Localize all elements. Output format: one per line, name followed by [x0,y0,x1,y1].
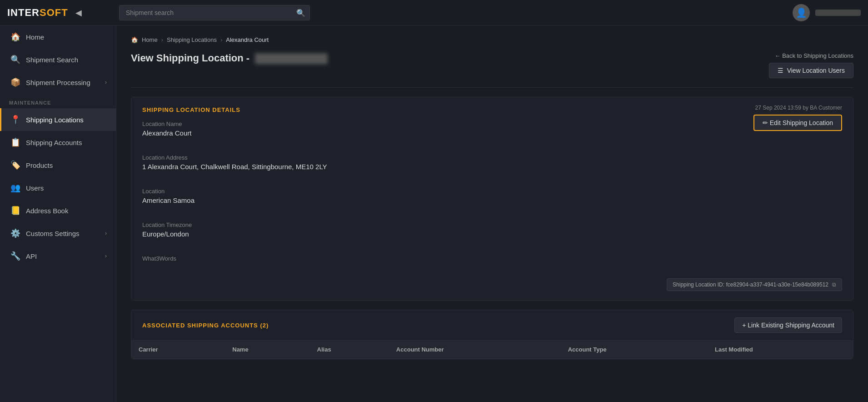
breadcrumb-home-icon: 🏠 [131,36,138,43]
user-name-placeholder [815,10,861,16]
products-icon: 🏷️ [10,160,20,170]
field-location-name: Location Name Alexandra Court [142,121,842,137]
topnav-right: 👤 [793,4,861,21]
breadcrumb-shipping-locations-link[interactable]: Shipping Locations [167,36,217,43]
search-bar: 🔍 [119,5,310,20]
sidebar-item-customs-settings[interactable]: ⚙️ Customs Settings › [0,222,116,245]
logo: INTERSOFT ◀ [7,7,103,19]
avatar[interactable]: 👤 [793,4,810,21]
page-title: View Shipping Location - [131,52,328,64]
section-title: SHIPPING LOCATION DETAILS [142,106,842,113]
chevron-icon: › [105,253,107,259]
sidebar-item-label: Shipment Search [26,56,78,64]
breadcrumb-sep-1: › [161,36,163,43]
settings-icon: ⚙️ [10,228,20,238]
breadcrumb-sep-2: › [220,36,222,43]
sidebar-item-api[interactable]: 🔧 API › [0,245,116,267]
field-value: Alexandra Court [142,129,842,137]
sidebar-item-shipping-locations[interactable]: 📍 Shipping Locations [0,108,116,131]
field-location-timezone: Location Timezone Europe/London [142,221,842,238]
field-label: Location Timezone [142,221,842,228]
section-content-wrap: SHIPPING LOCATION DETAILS 27 Sep 2024 13… [131,97,853,300]
sidebar-item-label: Customs Settings [26,230,80,237]
view-location-users-button[interactable]: ☰ View Location Users [769,63,853,78]
page-title-redacted [255,53,328,64]
table-header: Carrier Name Alias Account Number Accoun… [131,341,853,359]
field-value: Europe/London [142,230,842,238]
field-location: Location American Samoa [142,188,842,204]
col-alias: Alias [310,341,389,359]
field-label: What3Words [142,255,842,262]
details-grid: Location Name Alexandra Court Location A… [142,121,842,264]
sidebar-item-users[interactable]: 👥 Users [0,176,116,199]
col-name: Name [225,341,309,359]
edit-shipping-location-button[interactable]: ✏ Edit Shipping Location [753,115,842,131]
search-input[interactable] [119,5,310,20]
page-header-right: ← Back to Shipping Locations ☰ View Loca… [769,52,853,78]
accounts-icon: 📋 [10,137,20,147]
col-last-modified: Last Modified [708,341,853,359]
sidebar-item-shipment-processing[interactable]: 📦 Shipment Processing › [0,71,116,94]
field-value: American Samoa [142,196,842,204]
api-icon: 🔧 [10,251,20,261]
field-what3words: What3Words [142,255,842,264]
chevron-icon: › [105,79,107,85]
associated-shipping-accounts-card: ASSOCIATED SHIPPING ACCOUNTS (2) + Link … [131,310,853,359]
copy-id-button[interactable]: ⧉ [832,281,836,288]
shipping-location-details-card: SHIPPING LOCATION DETAILS 27 Sep 2024 13… [131,97,853,301]
layout: 🏠 Home 🔍 Shipment Search 📦 Shipment Proc… [0,25,868,402]
sidebar-item-address-book[interactable]: 📒 Address Book [0,199,116,222]
list-icon: ☰ [778,67,783,74]
location-id-text: Shipping Location ID: fce82904-a337-4941… [673,281,828,288]
sidebar-item-shipping-accounts[interactable]: 📋 Shipping Accounts [0,131,116,154]
field-location-address: Location Address 1 Alexandra Court, Chal… [142,154,842,171]
logo-text: INTERSOFT [7,7,68,19]
sidebar-item-label: Address Book [26,207,68,215]
col-account-type: Account Type [561,341,708,359]
sidebar-item-home[interactable]: 🏠 Home [0,25,116,48]
sidebar-item-label: Home [26,33,44,41]
section-header: ASSOCIATED SHIPPING ACCOUNTS (2) + Link … [131,310,853,341]
sidebar-item-label: Users [26,184,44,192]
location-icon: 📍 [10,115,20,125]
breadcrumb-home-link[interactable]: Home [142,36,158,43]
sidebar-item-label: API [26,252,37,260]
timestamp: 27 Sep 2024 13:59 by BA Customer [755,105,842,111]
breadcrumb: 🏠 Home › Shipping Locations › Alexandra … [131,36,853,43]
collapse-sidebar-button[interactable]: ◀ [75,8,82,18]
associated-accounts-title: ASSOCIATED SHIPPING ACCOUNTS (2) [142,322,269,329]
search-icon: 🔍 [10,55,20,65]
sidebar-item-label: Shipment Processing [26,79,90,86]
col-carrier: Carrier [131,341,225,359]
sidebar: 🏠 Home 🔍 Shipment Search 📦 Shipment Proc… [0,25,116,402]
sidebar-item-products[interactable]: 🏷️ Products [0,154,116,176]
col-account-number: Account Number [389,341,561,359]
link-existing-shipping-account-button[interactable]: + Link Existing Shipping Account [734,317,842,333]
logo-soft: SOFT [40,7,68,18]
address-book-icon: 📒 [10,206,20,216]
topnav: INTERSOFT ◀ 🔍 👤 [0,0,868,25]
page-header-left: View Shipping Location - [131,52,328,64]
section-top-right: 27 Sep 2024 13:59 by BA Customer ✏ Edit … [753,105,842,131]
table-header-row: Carrier Name Alias Account Number Accoun… [131,341,853,359]
sidebar-item-label: Products [26,161,53,169]
home-icon: 🏠 [10,32,20,42]
maintenance-section-label: MAINTENANCE [0,94,116,108]
field-label: Location [142,188,842,195]
search-icon: 🔍 [296,8,305,17]
location-id-badge: Shipping Location ID: fce82904-a337-4941… [667,278,842,291]
back-to-shipping-locations-link[interactable]: ← Back to Shipping Locations [775,52,853,59]
field-label: Location Name [142,121,842,127]
field-label: Location Address [142,154,842,161]
accounts-table: Carrier Name Alias Account Number Accoun… [131,341,853,359]
page-header: View Shipping Location - ← Back to Shipp… [131,52,853,78]
main-content: 🏠 Home › Shipping Locations › Alexandra … [116,25,868,402]
logo-inter: INTER [7,7,40,18]
sidebar-item-label: Shipping Locations [26,116,84,124]
chevron-icon: › [105,230,107,236]
breadcrumb-current: Alexandra Court [226,36,269,43]
field-value: 1 Alexandra Court, Chalkwell Road, Sitti… [142,163,842,171]
divider [131,87,853,88]
processing-icon: 📦 [10,77,20,87]
sidebar-item-shipment-search[interactable]: 🔍 Shipment Search [0,48,116,71]
